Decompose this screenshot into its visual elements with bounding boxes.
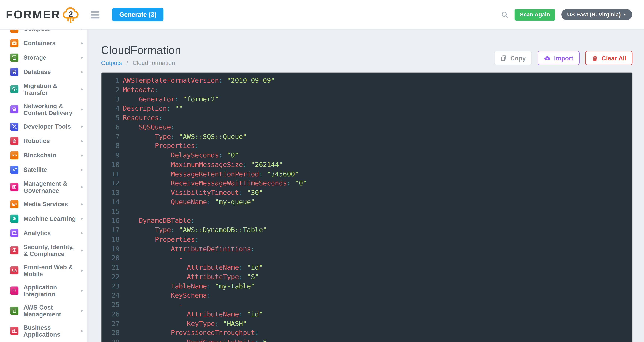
copy-button[interactable]: Copy — [494, 51, 532, 65]
storage-icon — [10, 53, 18, 61]
line-number: 21 — [101, 263, 120, 272]
line-number: 19 — [101, 244, 120, 254]
sidebar-item-robotics[interactable]: Robotics ▸ — [0, 134, 89, 148]
line-number: 26 — [101, 310, 120, 319]
cost-management-icon — [10, 306, 18, 314]
code-line: 29 ReadCapacityUnits: 5 — [101, 338, 632, 342]
line-number: 2 — [101, 85, 120, 95]
code-line: 28 ProvisionedThroughput: — [101, 328, 632, 338]
sidebar-item-blockchain[interactable]: Blockchain ▸ — [0, 148, 89, 162]
line-number: 16 — [101, 216, 120, 226]
line-number: 10 — [101, 160, 120, 170]
code-line: 7 Type: "AWS::SQS::Queue" — [101, 132, 632, 142]
chevron-right-icon: ▸ — [81, 69, 84, 74]
line-number: 17 — [101, 226, 120, 235]
chevron-right-icon: ▸ — [81, 248, 84, 252]
import-button[interactable]: Import — [538, 51, 579, 65]
code-line: 6 SQSQueue: — [101, 123, 632, 132]
sidebar-item-label: Migration & Transfer — [24, 82, 76, 96]
sidebar-item-business-applications[interactable]: Business Applications ▸ — [0, 320, 89, 341]
cloud-upload-icon — [544, 55, 551, 61]
sidebar-item-label: Media Services — [24, 201, 76, 208]
region-selector[interactable]: US East (N. Virginia) ▼ — [562, 9, 632, 20]
chevron-right-icon: ▸ — [81, 139, 84, 143]
line-number: 6 — [101, 123, 120, 132]
sidebar-item-management-governance[interactable]: Management & Governance ▸ — [0, 177, 89, 197]
code-editor[interactable]: 1 AWSTemplateFormatVersion: "2010-09-09"… — [101, 72, 632, 342]
machine-learning-icon — [10, 214, 18, 222]
sidebar-item-compute[interactable]: Compute ▸ — [0, 30, 89, 36]
sidebar-item-label: Satellite — [24, 166, 76, 173]
code-line: 24 KeySchema: — [101, 291, 632, 300]
code-line: 11 MessageRetentionPeriod: "345600" — [101, 170, 632, 179]
code-line: 17 Type: "AWS::DynamoDB::Table" — [101, 226, 632, 235]
sidebar-item-label: Blockchain — [24, 152, 76, 159]
sidebar-item-database[interactable]: Database ▸ — [0, 65, 89, 79]
sidebar-item-media-services[interactable]: Media Services ▸ — [0, 197, 89, 211]
trash-icon — [591, 55, 598, 61]
breadcrumb-separator: / — [126, 60, 128, 66]
code-line: 25 - — [101, 300, 632, 310]
code-line: 2 Metadata: — [101, 85, 632, 95]
line-number: 28 — [101, 328, 120, 338]
sidebar-item-label: Containers — [24, 40, 76, 47]
sidebar-item-containers[interactable]: Containers ▸ — [0, 36, 89, 50]
sidebar-item-security-identity-compliance[interactable]: Security, Identity, & Compliance ▸ — [0, 240, 89, 260]
sidebar-item-application-integration[interactable]: Application Integration ▸ — [0, 280, 89, 300]
sidebar-item-label: Storage — [24, 54, 76, 61]
management-governance-icon — [10, 183, 18, 191]
line-number: 18 — [101, 235, 120, 244]
code-line: 3 Generator: "former2" — [101, 95, 632, 104]
line-number: 20 — [101, 254, 120, 263]
code-line: 4 Description: "" — [101, 104, 632, 113]
code-line: 19 AttributeDefinitions: — [101, 244, 632, 254]
search-icon[interactable] — [500, 11, 508, 19]
line-number: 22 — [101, 272, 120, 282]
breadcrumb-current: CloudFormation — [133, 60, 175, 66]
line-number: 7 — [101, 132, 120, 142]
sidebar-item-machine-learning[interactable]: Machine Learning ▸ — [0, 211, 89, 226]
scan-again-button[interactable]: Scan Again — [514, 9, 555, 20]
containers-icon — [10, 39, 18, 47]
sidebar: Compute ▸ Containers ▸ Storage ▸ Databas… — [0, 30, 89, 342]
code-line: 26 AttributeName: "id" — [101, 310, 632, 319]
page-title: CloudFormation — [101, 44, 181, 57]
line-number: 9 — [101, 151, 120, 160]
security-icon — [10, 246, 18, 254]
chevron-right-icon: ▸ — [81, 167, 84, 172]
sidebar-item-storage[interactable]: Storage ▸ — [0, 50, 89, 65]
frontend-web-mobile-icon — [10, 266, 18, 274]
sidebar-item-developer-tools[interactable]: Developer Tools ▸ — [0, 119, 89, 134]
chevron-right-icon: ▸ — [81, 268, 84, 272]
sidebar-item-label: Analytics — [24, 229, 76, 236]
business-applications-icon — [10, 326, 18, 335]
chevron-right-icon: ▸ — [81, 30, 84, 31]
code-line: 21 AttributeName: "id" — [101, 263, 632, 272]
clear-all-button[interactable]: Clear All — [585, 51, 632, 65]
code-line: 22 AttributeType: "S" — [101, 272, 632, 282]
sidebar-item-migration-transfer[interactable]: Migration & Transfer ▸ — [0, 79, 89, 99]
logo-text: FORMER — [6, 8, 60, 21]
sidebar-item-end-user-computing[interactable]: End User Computing ▸ — [0, 341, 89, 342]
sidebar-item-front-end-web-mobile[interactable]: Front-end Web & Mobile ▸ — [0, 260, 89, 280]
menu-icon[interactable] — [89, 9, 101, 20]
generate-button[interactable]: Generate (3) — [112, 8, 163, 22]
sidebar-item-analytics[interactable]: Analytics ▸ — [0, 226, 89, 240]
app-logo[interactable]: FORMER 2 — [6, 2, 80, 28]
analytics-icon — [10, 229, 18, 237]
sidebar-item-aws-cost-management[interactable]: AWS Cost Management ▸ — [0, 300, 89, 320]
code-line: 23 TableName: "my-table" — [101, 282, 632, 291]
breadcrumb-link-outputs[interactable]: Outputs — [101, 60, 122, 66]
application-integration-icon — [10, 286, 18, 294]
code-line: 9 DelaySeconds: "0" — [101, 151, 632, 160]
sidebar-item-networking-content-delivery[interactable]: Networking & Content Delivery ▸ — [0, 99, 89, 119]
code-line: 13 VisibilityTimeout: "30" — [101, 188, 632, 197]
sidebar-item-label: AWS Cost Management — [24, 303, 76, 317]
code-line: 8 Properties: — [101, 142, 632, 151]
line-number: 25 — [101, 300, 120, 310]
logo-cloud-icon: 2 — [61, 6, 80, 28]
sidebar-scrollbar[interactable] — [87, 30, 89, 342]
code-line: 12 ReceiveMessageWaitTimeSeconds: "0" — [101, 179, 632, 188]
chevron-right-icon: ▸ — [81, 185, 84, 189]
sidebar-item-satellite[interactable]: Satellite ▸ — [0, 162, 89, 177]
